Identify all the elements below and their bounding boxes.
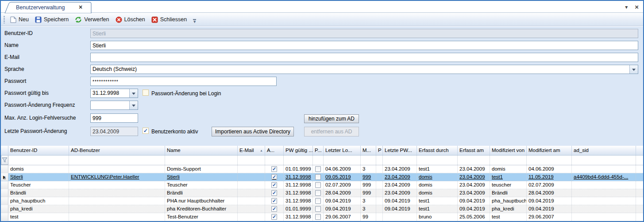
grid-cell-p2[interactable] <box>376 189 383 197</box>
filter-cell-email[interactable] <box>238 156 265 165</box>
grid-cell-pw_aend[interactable]: ✓ <box>313 165 324 173</box>
grid-cell-benutzer_id[interactable]: test <box>8 213 69 221</box>
grid-cell-modifiziert_am[interactable]: 28.04.2009 <box>527 189 572 197</box>
grid-cell-pw_gueltig[interactable]: 31.12.9998 <box>284 213 313 221</box>
grid-cell-letzte_pw[interactable]: 23.04.2009 <box>383 181 417 189</box>
filter-cell-benutzer_id[interactable] <box>8 156 69 165</box>
grid-cell-erfasst_durch[interactable]: test1 <box>417 165 458 173</box>
grid-cell-max_versuche[interactable]: 3 <box>361 197 376 205</box>
grid-cell-aktiv[interactable]: ✓ <box>265 181 284 189</box>
grid-cell-pw_gueltig[interactable]: 31.12.9998 <box>284 189 313 197</box>
pw_aend-checkbox[interactable]: ✓ <box>315 190 321 196</box>
grid-cell-name[interactable]: Stierli <box>165 173 238 181</box>
grid-cell-max_versuche[interactable]: 99 <box>361 213 376 221</box>
grid-cell-modifiziert_von[interactable]: domis <box>490 165 527 173</box>
column-header-erfasst_am[interactable]: Erfasst am <box>458 146 490 156</box>
aktiv-checkbox[interactable]: ✓ <box>271 206 277 212</box>
filter-cell-p2[interactable] <box>376 156 383 165</box>
table-row[interactable]: ▶StierliENTWICKLUNG\Peter.HaellerStierli… <box>1 173 643 181</box>
grid-cell-erfasst_durch[interactable]: test1 <box>417 205 458 213</box>
grid-cell-modifiziert_von[interactable]: pha_kredi <box>490 205 527 213</box>
grid-cell-benutzer_id[interactable]: pha_kredi <box>8 205 69 213</box>
grid-cell-aktiv[interactable]: ✓ <box>265 197 284 205</box>
grid-cell-letzte_pw[interactable]: 23.04.2009 <box>383 173 417 181</box>
grid-cell-pw_gueltig[interactable]: 01.01.9999 <box>284 165 313 173</box>
filter-cell-pw_gueltig[interactable] <box>284 156 313 165</box>
row-indicator[interactable] <box>1 197 8 205</box>
grid-cell-p2[interactable] <box>376 181 383 189</box>
passwort-gueltig-bis-dropdown-icon[interactable] <box>129 89 138 97</box>
grid-cell-erfasst_am[interactable]: 25.05.2006 <box>458 213 490 221</box>
grid-cell-ad_benutzer[interactable] <box>69 213 165 221</box>
aktiv-checkbox[interactable]: ✓ <box>271 190 277 196</box>
grid-cell-ad_sid[interactable]: a4409bd4-6ddd-455d-... <box>572 173 636 181</box>
grid-cell-modifiziert_von[interactable]: teuscher <box>490 181 527 189</box>
tab-benutzerverwaltung[interactable]: Benutzerverwaltung × <box>4 2 93 13</box>
tab-close-icon[interactable]: × <box>79 4 82 11</box>
column-header-email[interactable]: E-Mail▲ <box>238 146 265 156</box>
grid-cell-letzter_login[interactable]: 02.07.2009 <box>324 181 361 189</box>
grid-cell-benutzer_id[interactable]: Stierli <box>8 173 69 181</box>
benutzerkonto-aktiv-checkbox[interactable]: ✓ <box>143 128 149 134</box>
filter-cell-aktiv[interactable] <box>265 156 284 165</box>
grid-cell-aktiv[interactable]: ✓ <box>265 189 284 197</box>
grid-cell-pw_aend[interactable]: ✓ <box>313 213 324 221</box>
grid-cell-name[interactable]: Teuscher <box>165 181 238 189</box>
grid-cell-letzte_pw[interactable]: 23.04.2009 <box>383 189 417 197</box>
column-header-modifiziert_am[interactable]: Modifiziert am <box>527 146 572 156</box>
table-row[interactable]: domisDomis-Support✓01.01.9999✓04.06.2009… <box>1 165 643 173</box>
grid-cell-email[interactable] <box>238 205 265 213</box>
grid-cell-name[interactable]: Brändli <box>165 189 238 197</box>
name-field[interactable] <box>90 41 638 50</box>
grid-cell-pw_gueltig[interactable]: 31.12.9998 <box>284 197 313 205</box>
grid-cell-max_versuche[interactable]: 999 <box>361 189 376 197</box>
sprache-dropdown-icon[interactable] <box>629 65 638 74</box>
filter-cell-ad_sid[interactable] <box>572 156 636 165</box>
column-header-max_versuche[interactable]: M... <box>361 146 376 156</box>
column-header-pw_gueltig[interactable]: PW gültig ... <box>284 146 313 156</box>
grid-cell-email[interactable] <box>238 197 265 205</box>
table-row[interactable]: pha_hauptbuchPHA nur Hauptbuchhalter✓31.… <box>1 197 643 205</box>
grid-cell-ad_sid[interactable] <box>572 205 636 213</box>
filter-cell-name[interactable] <box>165 156 238 165</box>
filter-row-button[interactable] <box>1 156 8 165</box>
grid-cell-pw_gueltig[interactable]: 31.12.9998 <box>284 181 313 189</box>
sprache-select[interactable]: Deutsch (Schweiz) <box>90 65 638 74</box>
grid-cell-max_versuche[interactable]: 3 <box>361 205 376 213</box>
grid-cell-letzte_pw[interactable]: 23.04.2009 <box>383 165 417 173</box>
grid-cell-email[interactable] <box>238 173 265 181</box>
pw_aend-checkbox[interactable]: ✓ <box>315 174 321 180</box>
grid-cell-erfasst_durch[interactable]: domis <box>417 181 458 189</box>
grid-cell-p2[interactable] <box>376 197 383 205</box>
speichern-button[interactable]: Speichern <box>32 16 72 24</box>
grid-cell-max_versuche[interactable]: 999 <box>361 181 376 189</box>
grid-cell-aktiv[interactable]: ✓ <box>265 205 284 213</box>
grid-cell-letzter_login[interactable]: 29.06.2007 <box>324 213 361 221</box>
column-header-p2[interactable]: P <box>376 146 383 156</box>
grid-cell-aktiv[interactable]: ✓ <box>265 165 284 173</box>
schliessen-button[interactable]: Schliessen <box>148 16 190 24</box>
aktiv-checkbox[interactable]: ✓ <box>271 214 277 220</box>
grid-cell-modifiziert_am[interactable]: 11.05.2019 <box>527 173 572 181</box>
row-indicator[interactable] <box>1 189 8 197</box>
pw_aend-checkbox[interactable]: ✓ <box>315 214 321 220</box>
grid-cell-modifiziert_am[interactable]: 09.04.2019 <box>527 197 572 205</box>
grid-cell-email[interactable] <box>238 165 265 173</box>
grid-cell-ad_benutzer[interactable] <box>69 189 165 197</box>
table-row[interactable]: testTest-Benutzer✓31.12.9998✓29.06.20079… <box>1 213 643 221</box>
grid-cell-erfasst_am[interactable]: 23.04.2009 <box>458 165 490 173</box>
grid-cell-email[interactable] <box>238 189 265 197</box>
grid-cell-modifiziert_am[interactable]: 02.07.2009 <box>527 181 572 189</box>
grid-cell-letzter_login[interactable]: 09.04.2019 <box>324 205 361 213</box>
grid-cell-ad_benutzer[interactable] <box>69 165 165 173</box>
grid-cell-letzte_pw[interactable] <box>383 213 417 221</box>
passwort-field[interactable] <box>90 77 277 86</box>
column-header-aktiv[interactable]: A... <box>265 146 284 156</box>
grid-cell-name[interactable]: Domis-Support <box>165 165 238 173</box>
pw_aend-checkbox[interactable]: ✓ <box>315 182 321 188</box>
table-row[interactable]: BrändliBrändli✓31.12.9998✓28.04.20099992… <box>1 189 643 197</box>
row-indicator[interactable] <box>1 165 8 173</box>
email-field[interactable] <box>90 53 638 62</box>
filter-cell-erfasst_durch[interactable] <box>417 156 458 165</box>
grid-cell-pw_aend[interactable]: ✓ <box>313 181 324 189</box>
